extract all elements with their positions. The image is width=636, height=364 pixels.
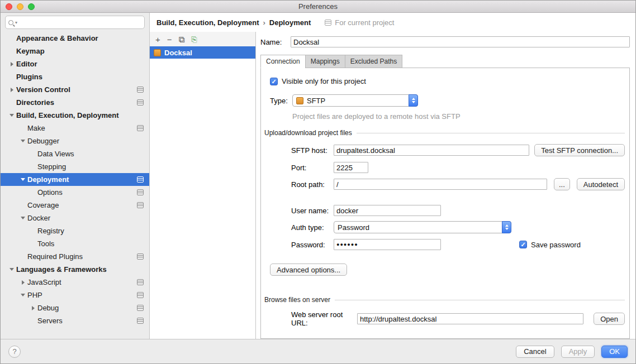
add-server-button[interactable]: +: [155, 35, 160, 44]
sidebar-item-registry[interactable]: Registry: [1, 224, 149, 237]
window-title: Preferences: [298, 2, 338, 11]
test-sftp-connection-button[interactable]: Test SFTP connection...: [534, 144, 625, 156]
collapse-arrow-icon[interactable]: [7, 268, 16, 271]
save-password-checkbox[interactable]: ✓ Save password: [519, 241, 581, 249]
help-button[interactable]: ?: [8, 346, 21, 358]
sidebar-item-appearance-behavior[interactable]: Appearance & Behavior: [1, 32, 149, 45]
ok-button[interactable]: OK: [601, 346, 628, 358]
name-label: Name:: [260, 38, 286, 46]
sidebar-item-servers[interactable]: Servers: [1, 314, 149, 327]
project-scope-icon: [137, 202, 144, 208]
sidebar-item-php[interactable]: PHP: [1, 289, 149, 301]
password-input[interactable]: [334, 239, 441, 250]
cancel-button[interactable]: Cancel: [516, 346, 554, 358]
name-input[interactable]: [291, 36, 630, 47]
server-name: Docksal: [164, 49, 192, 57]
search-options-caret-icon[interactable]: ▾: [15, 20, 17, 25]
sidebar-item-debug[interactable]: Debug: [1, 301, 149, 314]
breadcrumb-section: Build, Execution, Deployment: [156, 18, 259, 27]
server-list-item[interactable]: Docksal: [150, 46, 255, 59]
open-url-button[interactable]: Open: [594, 313, 625, 325]
expand-arrow-icon[interactable]: [7, 88, 16, 92]
search-box[interactable]: ▾: [5, 16, 145, 29]
sidebar-item-options[interactable]: Options: [1, 186, 149, 199]
combo-arrows-icon: [409, 94, 418, 107]
deployment-form: Name: Connection Mappings Excluded Paths…: [256, 32, 635, 339]
expand-arrow-icon[interactable]: [7, 62, 16, 66]
import-server-icon[interactable]: ⎘: [191, 36, 197, 43]
sidebar-item-keymap[interactable]: Keymap: [1, 45, 149, 58]
project-scope-icon: [137, 318, 144, 324]
sftp-server-icon: [154, 49, 161, 56]
sidebar-item-javascript[interactable]: JavaScript: [1, 276, 149, 289]
sidebar-item-deployment[interactable]: Deployment: [1, 173, 149, 186]
type-help-text: Project files are deployed to a remote h…: [292, 112, 625, 121]
project-scope-icon: [137, 99, 144, 106]
sftp-host-label: SFTP host:: [291, 146, 334, 155]
project-scope-icon: [137, 292, 144, 298]
sidebar-item-editor[interactable]: Editor: [1, 58, 149, 70]
server-list-toolbar: + − ⧉ ⎘: [150, 32, 255, 46]
tab-excluded-paths[interactable]: Excluded Paths: [345, 55, 402, 68]
project-scope-icon: [137, 305, 144, 311]
port-label: Port:: [291, 164, 334, 172]
root-path-input[interactable]: [334, 179, 547, 190]
minimize-button[interactable]: [17, 3, 23, 10]
type-label: Type:: [270, 97, 292, 105]
sidebar-item-plugins[interactable]: Plugins: [1, 70, 149, 83]
collapse-arrow-icon[interactable]: [18, 178, 27, 181]
sftp-host-input[interactable]: [334, 145, 529, 156]
combo-arrows-icon: [502, 221, 511, 233]
collapse-arrow-icon[interactable]: [7, 114, 16, 117]
sidebar-item-make[interactable]: Make: [1, 122, 149, 135]
auth-type-value: Password: [338, 223, 499, 232]
browse-section-header: Browse files on server: [264, 296, 625, 304]
project-scope-icon: [137, 176, 144, 183]
root-path-label: Root path:: [291, 180, 334, 189]
breadcrumb-page: Deployment: [269, 18, 311, 27]
sidebar-item-required-plugins[interactable]: Required Plugins: [1, 250, 149, 263]
sftp-icon: [296, 97, 303, 104]
web-root-label: Web server root URL:: [291, 310, 357, 327]
project-scope-icon: [137, 87, 144, 93]
collapse-arrow-icon[interactable]: [18, 140, 27, 142]
browse-root-path-button[interactable]: ...: [554, 178, 570, 190]
autodetect-button[interactable]: Autodetect: [577, 178, 625, 190]
sidebar-item-stepping[interactable]: Stepping: [1, 160, 149, 173]
web-root-input[interactable]: [357, 313, 583, 324]
sidebar-item-tools[interactable]: Tools: [1, 237, 149, 250]
connection-tab-content: ✓ Visible only for this project Type: SF…: [260, 68, 630, 339]
type-select[interactable]: SFTP: [292, 94, 418, 107]
password-label: Password:: [291, 241, 334, 249]
visible-only-checkbox[interactable]: ✓ Visible only for this project: [270, 77, 625, 85]
sidebar-item-debugger[interactable]: Debugger: [1, 135, 149, 147]
tab-connection[interactable]: Connection: [260, 55, 306, 68]
close-button[interactable]: [6, 3, 12, 10]
tab-mappings[interactable]: Mappings: [305, 55, 345, 68]
breadcrumb-separator: ›: [263, 18, 265, 27]
user-name-input[interactable]: [334, 205, 441, 216]
expand-arrow-icon[interactable]: [18, 280, 27, 285]
dialog-footer: ? Cancel Apply OK: [1, 339, 635, 363]
search-input[interactable]: [19, 18, 141, 27]
sidebar-item-data-views[interactable]: Data Views: [1, 147, 149, 160]
sidebar-item-coverage[interactable]: Coverage: [1, 199, 149, 212]
project-scope-icon: [325, 20, 331, 26]
zoom-button[interactable]: [28, 3, 35, 10]
collapse-arrow-icon[interactable]: [18, 217, 27, 219]
copy-server-icon[interactable]: ⧉: [179, 35, 185, 44]
auth-type-select[interactable]: Password: [334, 221, 511, 233]
sidebar-item-languages-frameworks[interactable]: Languages & Frameworks: [1, 263, 149, 276]
window-controls: [6, 3, 35, 10]
advanced-options-button[interactable]: Advanced options...: [270, 264, 347, 276]
sidebar-item-version-control[interactable]: Version Control: [1, 83, 149, 96]
sidebar-item-directories[interactable]: Directories: [1, 96, 149, 109]
sidebar-item-docker[interactable]: Docker: [1, 212, 149, 224]
port-input[interactable]: [334, 162, 368, 173]
collapse-arrow-icon[interactable]: [18, 294, 27, 296]
sidebar-item-build-execution-deployment[interactable]: Build, Execution, Deployment: [1, 109, 149, 122]
expand-arrow-icon[interactable]: [29, 306, 37, 310]
apply-button[interactable]: Apply: [561, 346, 595, 358]
remove-server-button[interactable]: −: [167, 35, 172, 44]
save-password-label: Save password: [531, 241, 581, 249]
